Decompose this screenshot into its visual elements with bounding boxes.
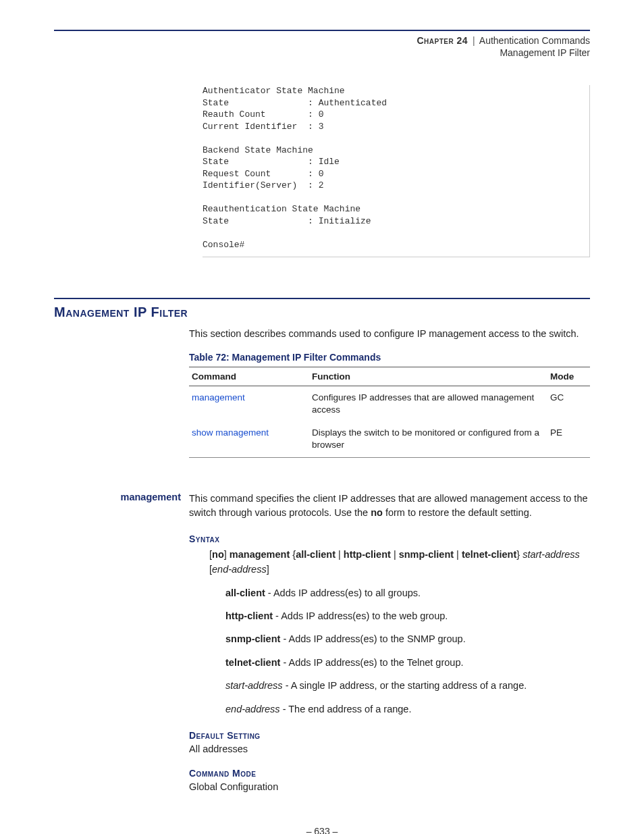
th-mode: Mode: [547, 367, 590, 386]
desc-no-keyword: no: [371, 507, 383, 518]
syntax-option: http-client - Adds IP address(es) to the…: [225, 608, 590, 623]
syntax-heading: Syntax: [189, 533, 590, 544]
command-mode-value: Global Configuration: [189, 781, 590, 792]
command-mode-heading: Command Mode: [189, 768, 590, 779]
command-mode: PE: [547, 421, 590, 457]
desc-post: form to restore the default setting.: [383, 507, 532, 518]
default-setting-value: All addresses: [189, 744, 590, 754]
syntax-options: all-client - Adds IP address(es) to all …: [225, 585, 590, 717]
command-function: Configures IP addresses that are allowed…: [309, 386, 547, 421]
section-rule: [54, 298, 590, 299]
command-description: This command specifies the client IP add…: [189, 492, 590, 520]
table-caption: Table 72: Management IP Filter Commands: [189, 352, 590, 363]
syntax-option: snmp-client - Adds IP address(es) to the…: [225, 631, 590, 646]
command-function: Displays the switch to be monitored or c…: [309, 421, 547, 457]
table-row: management Configures IP addresses that …: [189, 386, 590, 421]
table-header-row: Command Function Mode: [189, 367, 590, 386]
header-subtopic: Management IP Filter: [54, 47, 590, 58]
syntax-option: all-client - Adds IP address(es) to all …: [225, 585, 590, 600]
table-row: show management Displays the switch to b…: [189, 421, 590, 457]
header-separator: |: [473, 35, 475, 46]
page-number: – 633 –: [54, 826, 590, 834]
command-mode: GC: [547, 386, 590, 421]
section-intro: This section describes commands used to …: [189, 327, 590, 341]
syntax-usage: [no] management {all-client | http-clien…: [209, 547, 590, 577]
th-function: Function: [309, 367, 547, 386]
chapter-label: Chapter 24: [417, 35, 468, 46]
section-title: Management IP Filter: [54, 305, 590, 320]
chapter-topic: Authentication Commands: [479, 35, 590, 46]
header-line-1: Chapter 24 | Authentication Commands: [54, 35, 590, 46]
command-link[interactable]: management: [192, 392, 245, 402]
default-setting-heading: Default Setting: [189, 730, 590, 741]
syntax-option: end-address - The end address of a range…: [225, 702, 590, 716]
command-link[interactable]: show management: [192, 427, 269, 438]
commands-table: Command Function Mode management Configu…: [189, 367, 590, 458]
syntax-option: telnet-client - Adds IP address(es) to t…: [225, 655, 590, 670]
console-output: Authenticator State Machine State : Auth…: [203, 85, 590, 257]
page-header: Chapter 24 | Authentication Commands Man…: [54, 30, 590, 58]
command-name-label: management: [54, 492, 189, 502]
syntax-option: start-address - A single IP address, or …: [225, 678, 590, 693]
th-command: Command: [189, 367, 309, 386]
